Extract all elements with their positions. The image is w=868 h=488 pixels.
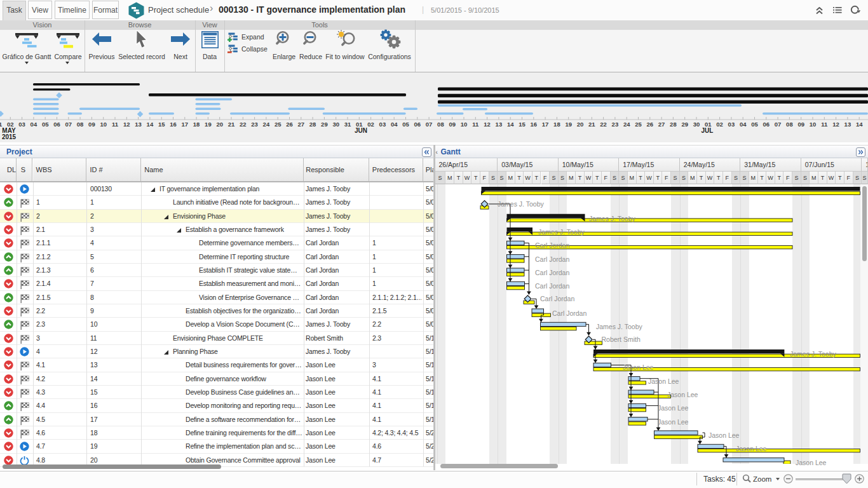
svg-text:2015: 2015: [2, 133, 17, 140]
svg-text:22: 22: [600, 121, 607, 128]
svg-text:22: 22: [240, 121, 247, 128]
svg-text:15: 15: [519, 121, 526, 128]
svg-text:21: 21: [588, 121, 595, 128]
svg-text:27: 27: [658, 121, 665, 128]
svg-text:04: 04: [31, 121, 37, 128]
svg-text:26: 26: [647, 121, 654, 128]
svg-text:25: 25: [275, 121, 281, 128]
svg-text:14: 14: [856, 121, 863, 128]
svg-text:03: 03: [18, 121, 25, 128]
svg-text:30: 30: [332, 121, 339, 128]
svg-text:04: 04: [391, 121, 398, 128]
svg-text:29: 29: [321, 121, 328, 128]
svg-text:11: 11: [821, 121, 828, 128]
svg-text:07: 07: [426, 121, 433, 128]
svg-text:19: 19: [565, 121, 572, 128]
svg-text:24: 24: [263, 121, 270, 128]
svg-text:05: 05: [42, 121, 49, 128]
svg-text:JUL: JUL: [702, 127, 714, 134]
svg-text:07: 07: [775, 121, 782, 128]
svg-text:23: 23: [251, 121, 258, 128]
svg-text:29: 29: [681, 121, 688, 128]
svg-text:14: 14: [147, 121, 154, 128]
svg-text:02: 02: [716, 121, 723, 128]
svg-text:02: 02: [367, 121, 374, 128]
svg-text:30: 30: [693, 121, 700, 128]
svg-text:25: 25: [635, 121, 642, 128]
svg-text:13: 13: [496, 121, 503, 128]
svg-text:18: 18: [553, 121, 560, 128]
svg-text:06: 06: [414, 121, 421, 128]
svg-text:03: 03: [379, 121, 386, 128]
svg-text:09: 09: [88, 121, 95, 128]
svg-text:20: 20: [577, 121, 584, 128]
svg-text:16: 16: [531, 121, 538, 128]
svg-text:17: 17: [542, 121, 549, 128]
svg-text:28: 28: [670, 121, 677, 128]
svg-text:05: 05: [751, 121, 758, 128]
svg-text:09: 09: [449, 121, 456, 128]
svg-text:08: 08: [77, 121, 84, 128]
svg-text:08: 08: [786, 121, 793, 128]
svg-text:23: 23: [612, 121, 619, 128]
svg-text:13: 13: [844, 121, 851, 128]
svg-text:13: 13: [135, 121, 142, 128]
svg-text:16: 16: [170, 121, 177, 128]
svg-text:04: 04: [740, 121, 747, 128]
svg-text:18: 18: [193, 121, 200, 128]
svg-text:21: 21: [228, 121, 235, 128]
svg-text:14: 14: [507, 121, 514, 128]
svg-text:28: 28: [309, 121, 316, 128]
svg-text:10: 10: [461, 121, 468, 128]
svg-text:MAY: MAY: [2, 127, 16, 134]
svg-text:09: 09: [797, 121, 804, 128]
svg-text:17: 17: [182, 121, 189, 128]
svg-text:06: 06: [763, 121, 770, 128]
svg-text:07: 07: [65, 121, 72, 128]
svg-text:11: 11: [472, 121, 479, 128]
svg-text:12: 12: [123, 121, 130, 128]
svg-text:31: 31: [344, 121, 351, 128]
svg-text:15: 15: [158, 121, 165, 128]
svg-text:20: 20: [216, 121, 223, 128]
svg-text:05: 05: [402, 121, 409, 128]
svg-text:03: 03: [728, 121, 735, 128]
svg-text:19: 19: [205, 121, 212, 128]
svg-text:JUN: JUN: [355, 127, 367, 134]
svg-text:10: 10: [100, 121, 107, 128]
svg-text:08: 08: [437, 121, 444, 128]
svg-text:06: 06: [53, 121, 60, 128]
svg-text:11: 11: [112, 121, 119, 128]
svg-text:12: 12: [832, 121, 839, 128]
svg-text:24: 24: [623, 121, 630, 128]
svg-text:27: 27: [298, 121, 305, 128]
svg-text:10: 10: [810, 121, 817, 128]
svg-text:26: 26: [286, 121, 293, 128]
svg-text:12: 12: [484, 121, 491, 128]
